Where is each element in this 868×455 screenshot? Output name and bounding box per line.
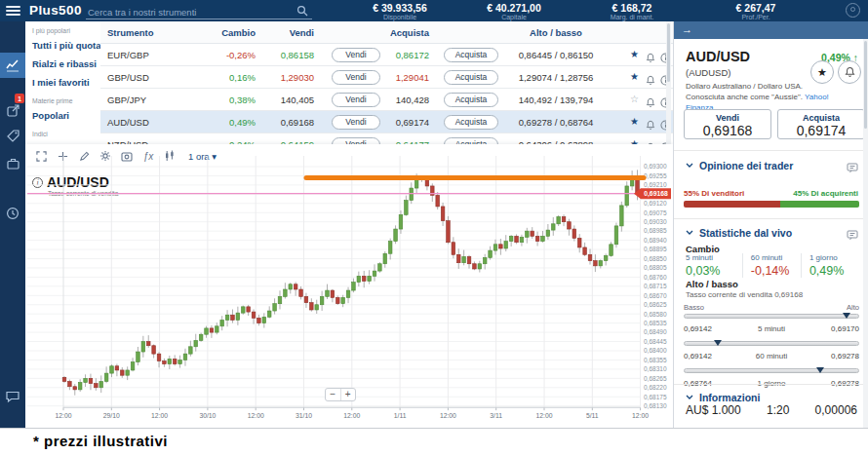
svg-text:0,68850: 0,68850 [644,255,667,262]
svg-text:0,68805: 0,68805 [644,264,667,271]
sidebar-item-support-chat[interactable] [0,384,25,409]
metric-value: € 168,72 [611,2,654,14]
sidebar-item-rialzi-e-ribassi[interactable]: Rialzi e ribassi [25,55,100,73]
svg-text:0,68490: 0,68490 [644,328,667,335]
sell-button[interactable]: Vendi [332,48,380,62]
menu-icon[interactable] [6,6,20,17]
sell-button[interactable]: Vendi [332,115,380,130]
table-row[interactable]: EUR/GBP-0,26%0,861580,861720,86445 / 0,8… [100,44,673,66]
svg-text:0,68400: 0,68400 [644,347,667,354]
account-metric: € 168,72Marg. di mant. [611,2,654,20]
sidebar-item-portfolio[interactable] [0,151,25,176]
sell-price: 140,405 [281,95,314,105]
feedback-icon[interactable] [847,160,858,177]
metric-label: Prof./Per. [736,14,776,20]
table-row[interactable]: AUD/USD0,49%0,691680,691740,69278 / 0,68… [100,111,673,133]
range-slider[interactable] [684,368,859,373]
svg-text:0,68670: 0,68670 [644,292,667,299]
sidebar-item-orders[interactable] [0,123,25,148]
search-input[interactable] [86,4,286,18]
sell-button[interactable]: Vendi [332,93,380,107]
traders-sentiment-header[interactable]: Opinione dei trader [686,160,793,171]
alert-button[interactable] [838,60,861,84]
plus500-window: Plus500 € 39.933,56Disponibile€ 40.271,0… [0,0,868,429]
sellers-share: 55% Di venditori [684,189,744,198]
stat-cell: 60 minuti-0,14% [742,253,801,278]
panel-title: AUD/USD [686,49,750,64]
zoom-out-button[interactable]: − [326,389,341,400]
svg-text:5/11: 5/11 [586,412,599,419]
change-value: -0,26% [226,50,256,60]
range-period: 5 minuti [758,324,785,333]
information-header[interactable]: Informazioni [686,392,760,403]
sell-button[interactable]: Vendi [332,70,380,85]
panel-scrollbar[interactable] [863,39,868,429]
favorite-star-icon[interactable]: ★ [630,71,639,82]
sell-price: 0,69168 [281,117,314,128]
sidebar-item-positions[interactable]: 1 [0,97,25,123]
range-period: 60 minuti [756,352,787,360]
svg-text:0,68580: 0,68580 [644,311,667,318]
sidebar-item-popolari[interactable]: Popolari [25,106,100,125]
alert-bell-icon[interactable] [646,50,655,67]
sidebar-item-trade-chart[interactable] [0,53,25,78]
briefcase-icon [7,158,20,170]
svg-text:0,68130: 0,68130 [644,402,667,409]
svg-text:0,68220: 0,68220 [644,384,667,391]
account-metric: € 39.933,56Disponibile [373,2,426,20]
account-icon[interactable] [846,3,860,18]
stat-cell: 5 minuti0,03% [686,253,742,278]
slider-marker-icon [843,313,850,319]
range-slider[interactable] [684,341,859,346]
panel-symbol: (AUDUSD) [686,67,730,78]
buy-button[interactable]: Acquista [444,70,498,85]
high-low-range: 1,29074 / 1,28756 [519,72,594,83]
candlestick-chart[interactable]: 0,693000,692550,692100,691650,691200,690… [25,144,673,429]
svg-text:30/10: 30/10 [199,412,216,419]
zoom-in-button[interactable]: + [341,389,356,400]
sidebar-item-history[interactable] [0,201,25,226]
stat-value: -0,14% [751,264,801,278]
range-low: 0,69142 [684,324,712,333]
category-section-header: Materie prime [25,92,100,106]
stat-label: 5 minuti [686,253,742,262]
screen: Plus500 € 39.933,56Disponibile€ 40.271,0… [0,0,868,455]
svg-text:0,68940: 0,68940 [644,237,667,244]
svg-text:0,68625: 0,68625 [644,301,667,308]
buy-button[interactable]: Acquista [444,48,498,62]
metric-label: Marg. di mant. [611,14,654,20]
col-instrument: Strumento [107,27,154,38]
buy-button[interactable]: Acquista [444,115,498,130]
table-row[interactable]: GBP/JPY0,38%140,405140,428140,492 / 139,… [100,89,673,111]
alert-bell-icon[interactable] [646,117,655,134]
account-metric: € 267,47Prof./Per. [736,2,776,20]
favorite-star-icon[interactable]: ☆ [630,94,639,104]
sidebar-item-tutti-i-più-quotati[interactable]: Tutti i più quotati [25,36,100,55]
range-high: 0,69170 [831,324,859,333]
buy-button[interactable]: Acquista0,69174 [777,109,865,139]
range-high: 0,69278 [831,352,859,360]
live-stats-header[interactable]: Statistiche dal vivo [686,227,792,239]
instrument-name: EUR/GBP [107,50,149,60]
search-bar[interactable] [86,2,312,19]
collapse-arrow-icon[interactable]: → [682,23,692,35]
table-row[interactable]: GBP/USD0,16%1,290301,290411,29074 / 1,28… [100,66,673,89]
sell-button[interactable]: Vendi0,69168 [684,109,771,139]
alert-bell-icon[interactable] [646,95,655,112]
plus500-logo: Plus500 [29,3,82,18]
feedback-icon[interactable] [847,227,858,245]
svg-text:12:00: 12:00 [440,412,456,419]
range-slider[interactable] [684,314,859,319]
metric-value: € 40.271,00 [487,2,540,14]
high-low-range: 0,86445 / 0,86150 [519,50,594,60]
favorite-star-icon[interactable]: ★ [630,49,639,59]
svg-text:0,68760: 0,68760 [644,274,667,281]
range-values: 0,6914260 minuti0,69278 [684,352,859,360]
alert-bell-icon[interactable] [646,72,655,90]
svg-text:0,68175: 0,68175 [644,394,667,400]
sidebar-item-i-miei-favoriti[interactable]: I miei favoriti [25,73,100,92]
favorite-button[interactable]: ★ [810,60,834,84]
favorite-star-icon[interactable]: ★ [630,116,639,127]
buy-button[interactable]: Acquista [444,93,498,107]
info-value: 1:20 [767,403,789,417]
